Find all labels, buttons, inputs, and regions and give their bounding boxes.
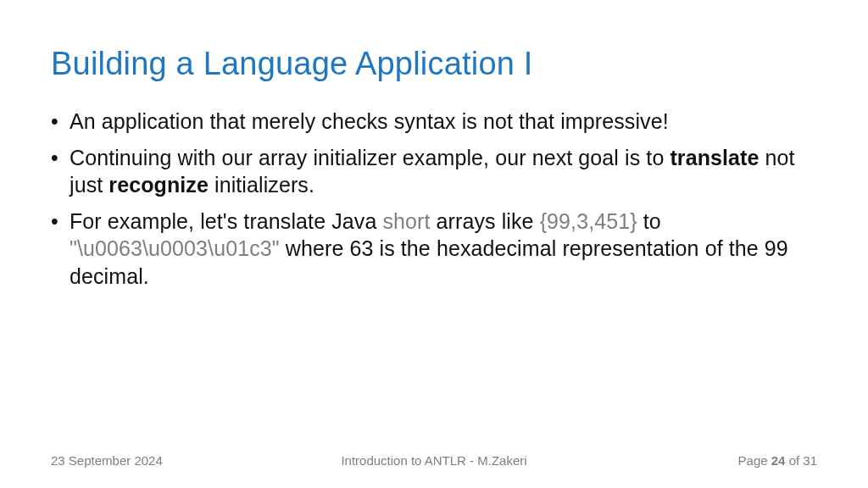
bold-text: translate xyxy=(670,146,759,169)
slide: Building a Language Application I An app… xyxy=(0,0,868,488)
bullet-text: Continuing with our array initializer ex… xyxy=(70,146,670,169)
bullet-item: Continuing with our array initializer ex… xyxy=(51,144,817,199)
code-text: {99,3,451} xyxy=(540,209,637,233)
code-text: "\u0063\u0003\u01c3" xyxy=(70,236,280,260)
bullet-item: An application that merely checks syntax… xyxy=(51,108,817,136)
bullet-text: For example, let's translate Java xyxy=(70,209,382,233)
footer-page: Page 24 of 31 xyxy=(738,453,817,468)
code-text: short xyxy=(382,209,430,233)
bullet-text: arrays like xyxy=(431,209,540,233)
bullet-list: An application that merely checks syntax… xyxy=(51,108,817,290)
page-number: 24 xyxy=(771,453,786,468)
page-label: Page xyxy=(738,453,771,468)
footer: 23 September 2024 Introduction to ANTLR … xyxy=(0,453,868,468)
bullet-text: An application that merely checks syntax… xyxy=(70,109,669,133)
bullet-text: to xyxy=(637,209,661,233)
bullet-item: For example, let's translate Java short … xyxy=(51,208,817,291)
slide-title: Building a Language Application I xyxy=(51,46,817,82)
bullet-text: initializers. xyxy=(209,173,314,197)
page-total: of 31 xyxy=(785,453,817,468)
bold-text: recognize xyxy=(108,173,209,197)
